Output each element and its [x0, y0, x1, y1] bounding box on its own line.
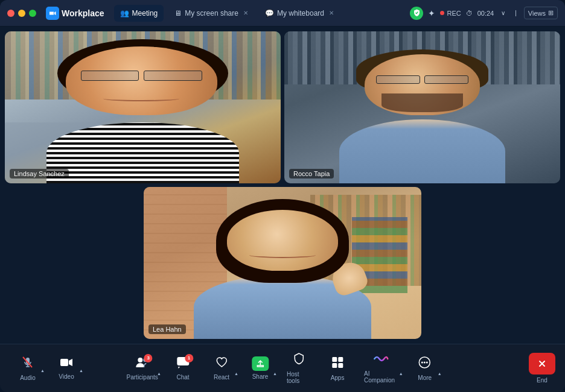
- video-tile-rocco: Rocco Tapia: [284, 31, 560, 183]
- lindsay-body: [46, 122, 240, 183]
- app-window: Workplace 👥 Meeting 🖥 My screen share ✕ …: [0, 0, 565, 392]
- rocco-face: [365, 54, 480, 115]
- title-bar: Workplace 👥 Meeting 🖥 My screen share ✕ …: [0, 0, 565, 27]
- security-shield-icon[interactable]: [410, 7, 423, 20]
- host-tools-button[interactable]: Host tools: [281, 349, 317, 388]
- lea-scene: [144, 187, 421, 339]
- apps-label: Apps: [331, 375, 345, 381]
- svg-rect-11: [338, 363, 343, 368]
- ai-companion-icon: [373, 353, 389, 368]
- more-label: More: [418, 375, 432, 381]
- rocco-glasses: [376, 75, 469, 84]
- zoom-logo: Workplace: [46, 7, 104, 20]
- recording-badge: REC: [440, 10, 461, 17]
- lindsay-face: [66, 46, 217, 115]
- timer-display: ⏱: [466, 10, 473, 17]
- react-label: React: [214, 374, 229, 381]
- video-icon: [60, 357, 73, 371]
- lea-face: [227, 210, 338, 271]
- rocco-label: Rocco Tapia: [289, 169, 334, 179]
- views-grid-icon: ⊞: [548, 9, 554, 17]
- screen-share-tab-icon: 🖥: [174, 9, 182, 17]
- react-caret: ▲: [234, 371, 238, 376]
- svg-point-13: [421, 361, 423, 363]
- chat-button[interactable]: 1 Chat: [165, 349, 201, 388]
- toolbar: Audio ▲ Video ▲: [0, 344, 565, 392]
- ai-caret: ▲: [399, 371, 403, 376]
- video-tile-lindsay: Lindsay Sanchez: [5, 31, 281, 183]
- participants-button[interactable]: 3 Participants ▲: [122, 349, 162, 388]
- audio-label: Audio: [20, 375, 36, 381]
- lindsay-glasses: [81, 71, 202, 81]
- host-tools-label: Host tools: [287, 371, 311, 384]
- react-button[interactable]: React ▲: [203, 349, 240, 388]
- video-caret: ▲: [79, 368, 83, 373]
- chat-badge: 1: [185, 354, 193, 362]
- share-label: Share: [252, 373, 269, 380]
- tab-screen-share[interactable]: 🖥 My screen share ✕: [168, 5, 254, 22]
- apps-button[interactable]: Apps: [319, 349, 356, 388]
- svg-point-5: [138, 358, 143, 362]
- zoom-logo-icon: [46, 7, 59, 20]
- lea-label: Lea Hahn: [148, 324, 186, 334]
- lindsay-label: Lindsay Sanchez: [10, 169, 69, 179]
- rec-dot: [440, 11, 444, 15]
- svg-rect-8: [332, 357, 337, 362]
- more-caret: ▲: [438, 371, 442, 376]
- video-label: Video: [59, 373, 74, 380]
- whiteboard-tab-label: My whiteboard: [277, 9, 324, 17]
- end-label: End: [537, 377, 547, 384]
- end-button-icon: [529, 353, 555, 375]
- participants-label: Participants: [127, 374, 158, 381]
- tab-whiteboard[interactable]: 💬 My whiteboard ✕: [259, 5, 340, 22]
- audio-icon: [21, 356, 34, 372]
- window-controls: [7, 10, 36, 17]
- chat-label: Chat: [176, 374, 189, 381]
- timer-value: 00:24: [477, 10, 494, 17]
- top-video-row: Lindsay Sanchez: [5, 31, 560, 183]
- bottom-video-row: Lea Hahn: [5, 187, 560, 339]
- lindsay-name: Lindsay Sanchez: [14, 170, 65, 177]
- views-label: Views: [528, 10, 546, 17]
- host-tools-icon: [292, 352, 305, 368]
- audio-button[interactable]: Audio ▲: [10, 352, 46, 385]
- toolbar-center: 3 Participants ▲ 1 Chat: [122, 349, 442, 388]
- timer-chevron[interactable]: ∨: [499, 8, 508, 17]
- minimize-window-button[interactable]: [18, 10, 25, 17]
- meeting-tab-label: Meeting: [132, 9, 158, 17]
- toolbar-right: End: [529, 353, 555, 384]
- app-title: Workplace: [62, 8, 104, 18]
- participants-badge: 3: [144, 354, 153, 362]
- rocco-scene: [284, 31, 560, 183]
- views-button[interactable]: Views ⊞: [524, 7, 558, 19]
- share-button[interactable]: Share ▲: [242, 349, 278, 388]
- svg-rect-9: [338, 357, 343, 362]
- ai-companion-button[interactable]: AI Companion ▲: [358, 349, 404, 388]
- participants-icon: 3: [136, 356, 149, 371]
- close-screen-share-tab[interactable]: ✕: [243, 10, 248, 16]
- ai-spark-icon[interactable]: ✦: [428, 8, 435, 18]
- more-button[interactable]: More ▲: [407, 349, 443, 388]
- rec-label: REC: [447, 10, 461, 17]
- whiteboard-tab-icon: 💬: [265, 9, 274, 17]
- maximize-window-button[interactable]: [29, 10, 36, 17]
- meeting-tab-icon: 👥: [120, 9, 129, 17]
- svg-rect-4: [60, 359, 68, 366]
- video-grid: Lindsay Sanchez: [0, 27, 565, 344]
- video-button[interactable]: Video ▲: [48, 352, 85, 385]
- rocco-name: Rocco Tapia: [293, 170, 330, 177]
- react-icon: [215, 356, 228, 371]
- svg-point-14: [424, 361, 426, 363]
- close-window-button[interactable]: [7, 10, 14, 17]
- more-icon: [418, 356, 432, 372]
- lindsay-scene: [5, 31, 281, 183]
- end-button[interactable]: End: [529, 353, 555, 384]
- audio-caret: ▲: [40, 368, 45, 373]
- tab-meeting[interactable]: 👥 Meeting: [114, 5, 164, 22]
- title-bar-right: ✦ REC ⏱ 00:24 ∨ | Views ⊞: [410, 7, 558, 20]
- screen-share-tab-label: My screen share: [185, 9, 238, 17]
- chat-icon: 1: [176, 356, 190, 371]
- close-whiteboard-tab[interactable]: ✕: [329, 10, 334, 16]
- lea-name: Lea Hahn: [153, 326, 182, 333]
- svg-rect-10: [332, 363, 337, 368]
